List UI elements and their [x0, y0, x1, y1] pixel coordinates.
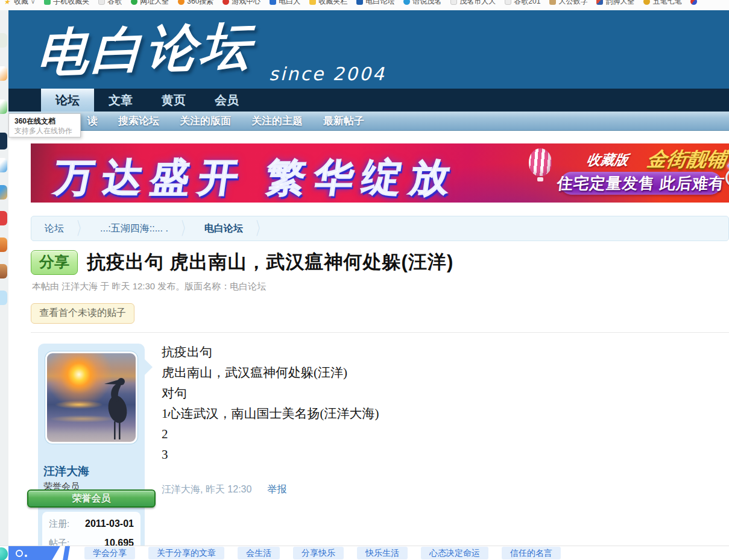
- ad-banner[interactable]: 万达盛开 繁华绽放 收藏版 金街靓铺 住宅定量发售 此后难有: [31, 143, 729, 203]
- bookmark-item[interactable]: 电白论坛: [356, 0, 394, 7]
- diamond-ring-icon: [722, 159, 729, 190]
- post-line: 3: [162, 444, 716, 465]
- search-360-logo[interactable]: [8, 546, 64, 560]
- ad-brand: 金街靓铺: [645, 146, 729, 173]
- search-icon: [178, 0, 185, 5]
- bookmark-item[interactable]: 手机收藏夹: [44, 0, 89, 7]
- tag-link[interactable]: 学会分享: [84, 547, 135, 559]
- edge-app-icon[interactable]: [0, 264, 7, 278]
- subnav-item-latest-posts[interactable]: 最新帖子: [323, 114, 364, 128]
- logo-wedge: [63, 546, 70, 560]
- bookmark-item[interactable]: 电白人: [270, 0, 300, 7]
- breadcrumb: 论坛 〉 ...:五湖四海::... . 〉 电白论坛 〉: [31, 216, 729, 241]
- ad-pill: 住宅定量发售 此后难有: [560, 172, 722, 195]
- edge-app-icon[interactable]: [0, 211, 7, 225]
- floating-ball-icon[interactable]: [0, 547, 8, 560]
- bookmark-label: 电白人: [279, 0, 300, 7]
- bookmark-item[interactable]: 茂名市人大: [450, 0, 496, 7]
- bookmark-item[interactable]: 谷歌: [98, 0, 122, 7]
- bookmark-item[interactable]: 语说茂名: [403, 0, 441, 7]
- divider: [31, 332, 729, 333]
- tag-link[interactable]: 心态决定命运: [421, 547, 488, 559]
- category-badge[interactable]: 分享: [31, 250, 78, 275]
- sidebar-edge-strip: [0, 10, 8, 560]
- bookmark-item[interactable]: 网址大全: [131, 0, 169, 7]
- tab-members[interactable]: 会员: [200, 89, 253, 112]
- post-line: 虎出南山，武汉瘟神何处躲(汪洋): [162, 362, 716, 383]
- edge-app-icon[interactable]: [0, 33, 7, 48]
- post-author-name[interactable]: 汪洋大海: [43, 464, 145, 479]
- bookmark-item[interactable]: 韵脚大全: [596, 0, 634, 7]
- report-link[interactable]: 举报: [267, 483, 286, 496]
- subnav-item-watched-boards[interactable]: 关注的版面: [180, 114, 231, 128]
- edge-app-icon[interactable]: [0, 185, 7, 200]
- view-first-unread-button[interactable]: 查看首个未读的贴子: [31, 303, 134, 324]
- bookmark-item-favorites[interactable]: 收藏∨: [4, 0, 35, 7]
- sidebar-tooltip: 360在线文档 支持多人在线协作: [8, 113, 81, 137]
- tooltip-title: 360在线文档: [14, 116, 75, 126]
- tag-link[interactable]: 关于分享的文章: [148, 547, 224, 559]
- bookmark-label: 网址大全: [140, 0, 169, 7]
- bookmark-label: 谷歌201: [514, 0, 540, 7]
- avatar[interactable]: [45, 351, 137, 444]
- breadcrumb-forum[interactable]: 论坛: [45, 222, 64, 235]
- edge-app-icon[interactable]: [0, 99, 7, 114]
- bookmark-item[interactable]: 大公数字: [549, 0, 587, 7]
- avatar-image: [47, 353, 136, 442]
- thread-title: 抗疫出句 虎出南山，武汉瘟神何处躲(汪洋): [87, 250, 453, 275]
- site-logo[interactable]: 电白论坛: [36, 11, 256, 88]
- bookmarks-bar: 收藏∨ 手机收藏夹 谷歌 网址大全 360搜索 游戏中心 电白人 收藏夹栏 电白…: [0, 0, 729, 10]
- bookmark-item[interactable]: [690, 0, 699, 5]
- chevron-down-icon: ∨: [31, 0, 35, 5]
- bottom-tag-bar: 学会分享 关于分享的文章 会生活 分享快乐 快乐生活 心态决定命运 信任的名言: [0, 546, 729, 560]
- chevron-right-icon: 〉: [180, 216, 192, 241]
- bookmark-item[interactable]: 360搜索: [178, 0, 213, 7]
- site-icon: [690, 0, 697, 5]
- tag-link[interactable]: 信任的名言: [502, 547, 561, 559]
- suggested-tags-row: 学会分享 关于分享的文章 会生活 分享快乐 快乐生活 心态决定命运 信任的名言: [84, 547, 561, 559]
- subnav-item-watched-topics[interactable]: 关注的主题: [251, 114, 303, 128]
- post-footer: 汪洋大海, 昨天 12:30 举报: [162, 483, 286, 496]
- stat-row-registered: 注册: 2011-03-01: [49, 518, 134, 530]
- site-icon: [643, 0, 650, 5]
- site-icon: [450, 0, 457, 5]
- edge-app-icon[interactable]: [0, 291, 7, 305]
- post-line: 1心连武汉，南山国士美名扬(汪洋大海): [162, 403, 716, 424]
- game-icon: [222, 0, 229, 5]
- subnav-item-read[interactable]: 读: [87, 114, 98, 128]
- bookmark-item[interactable]: 游戏中心: [222, 0, 260, 7]
- subnav-item-search-forum[interactable]: 搜索论坛: [118, 114, 159, 128]
- chevron-right-icon: 〉: [76, 216, 88, 241]
- tab-yellowpages[interactable]: 黄页: [147, 89, 200, 112]
- balloon-icon: [529, 148, 552, 176]
- tag-link[interactable]: 会生活: [238, 547, 280, 559]
- tag-link[interactable]: 分享快乐: [293, 547, 344, 559]
- bookmark-item[interactable]: 收藏夹栏: [309, 0, 347, 7]
- docs-360-icon[interactable]: [0, 133, 7, 149]
- bookmark-label: 韵脚大全: [605, 0, 634, 7]
- bookmark-item[interactable]: 五笔七笔: [643, 0, 681, 7]
- edge-app-icon[interactable]: [0, 158, 7, 172]
- edge-app-icon[interactable]: [0, 238, 7, 252]
- site-icon: [403, 0, 410, 5]
- bookmarks-row: 收藏∨ 手机收藏夹 谷歌 网址大全 360搜索 游戏中心 电白人 收藏夹栏 电白…: [0, 0, 729, 7]
- site-icon: [505, 0, 511, 5]
- ring-icon: [16, 550, 23, 557]
- bookmark-item[interactable]: 谷歌201: [505, 0, 540, 7]
- main-nav: 论坛 文章 黄页 会员: [8, 89, 729, 112]
- bookmark-label: 电白论坛: [365, 0, 394, 7]
- ad-kicker: 收藏版: [585, 151, 630, 169]
- site-icon: [270, 0, 276, 5]
- star-icon: [4, 0, 11, 5]
- tab-forum[interactable]: 论坛: [41, 89, 94, 112]
- site-icon: [549, 0, 556, 5]
- bookmark-label: 谷歌: [107, 0, 122, 7]
- tag-link[interactable]: 快乐生活: [357, 547, 408, 559]
- tab-articles[interactable]: 文章: [94, 89, 147, 112]
- breadcrumb-current-board[interactable]: 电白论坛: [204, 222, 243, 235]
- breadcrumb-category[interactable]: ...:五湖四海::... .: [100, 222, 168, 235]
- bookmark-label: 茂名市人大: [459, 0, 496, 7]
- post-content: 抗疫出句 虎出南山，武汉瘟神何处躲(汪洋) 对句 1心连武汉，南山国士美名扬(汪…: [162, 342, 716, 465]
- edge-app-icon[interactable]: [0, 66, 7, 81]
- bookmark-label: 游戏中心: [232, 0, 260, 7]
